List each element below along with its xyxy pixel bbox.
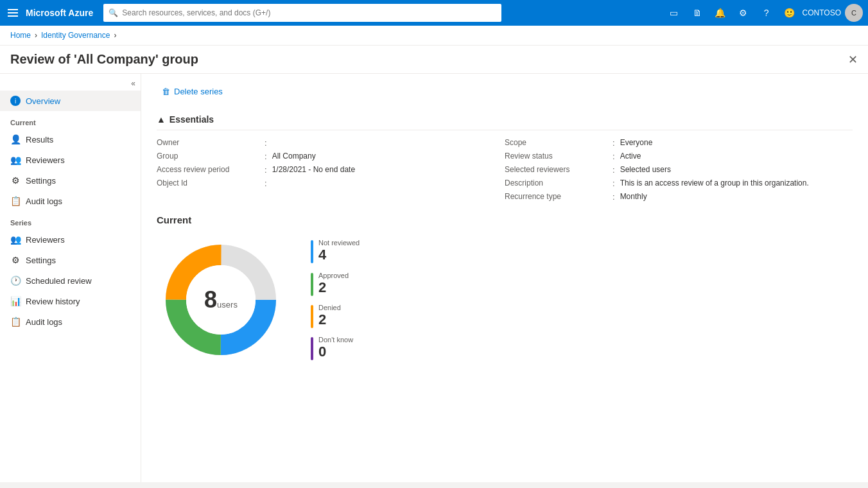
delete-icon: 🗑: [162, 87, 170, 96]
search-bar[interactable]: 🔍: [103, 4, 501, 22]
search-input[interactable]: [122, 8, 496, 17]
field-description: Description : This is an access review o…: [505, 179, 853, 188]
field-selected-reviewers: Selected reviewers : Selected users: [505, 165, 853, 175]
chevron-up-icon: ▲: [157, 114, 166, 125]
sidebar-item-settings[interactable]: ⚙ Settings: [0, 170, 141, 191]
sidebar-collapse: «: [0, 76, 141, 91]
user-label: CONTOSO: [803, 8, 841, 17]
sidebar-scheduled-label: Scheduled review: [26, 276, 92, 286]
settings-icon[interactable]: ⚙: [733, 3, 754, 23]
current-section-label: Current: [0, 111, 141, 129]
hamburger-menu[interactable]: [5, 6, 21, 19]
essentials-left: Owner : Group : All Company Access revie…: [157, 138, 505, 202]
sidebar-item-scheduled-review[interactable]: 🕐 Scheduled review: [0, 270, 141, 291]
cloud-shell-icon[interactable]: ▭: [664, 3, 684, 23]
sidebar-s-settings-label: Settings: [26, 256, 56, 265]
dont-know-text: Don't know 0: [318, 336, 353, 360]
sidebar-item-s-audit-logs[interactable]: 📋 Audit logs: [0, 311, 141, 332]
sidebar-item-reviewers[interactable]: 👥 Reviewers: [0, 150, 141, 170]
top-nav: Microsoft Azure 🔍 ▭ 🗎 🔔 ⚙ ? 🙂 CONTOSO C: [0, 0, 868, 26]
dont-know-bar: [311, 337, 313, 360]
sidebar-item-results[interactable]: 👤 Results: [0, 129, 141, 150]
chart-legend: Not reviewed 4 Approved 2: [311, 239, 360, 361]
field-recurrence: Recurrence type : Monthly: [505, 192, 853, 202]
series-section-label: Series: [0, 211, 141, 229]
chart-area: 8users Not reviewed 4: [157, 236, 853, 364]
s-audit-icon: 📋: [10, 317, 21, 327]
close-button[interactable]: ✕: [848, 53, 858, 67]
collapse-button[interactable]: «: [131, 79, 135, 88]
sidebar-item-audit-logs[interactable]: 📋 Audit logs: [0, 191, 141, 211]
denied-text: Denied 2: [318, 304, 341, 328]
essentials-header[interactable]: ▲ Essentials: [157, 109, 853, 130]
sidebar-settings-label: Settings: [26, 176, 56, 186]
s-settings-icon: ⚙: [10, 255, 21, 265]
history-icon: 📊: [10, 296, 21, 306]
sidebar-results-label: Results: [26, 135, 53, 144]
donut-users-label: users: [217, 300, 238, 309]
donut-number: 8: [204, 286, 217, 313]
azure-logo: Microsoft Azure: [26, 8, 93, 18]
help-icon[interactable]: ?: [756, 3, 777, 23]
avatar: C: [845, 4, 863, 22]
donut-label: 8users: [204, 286, 238, 313]
field-object-id: Object Id :: [157, 179, 505, 188]
search-icon: 🔍: [108, 8, 118, 17]
sidebar: « i Overview Current 👤 Results 👥 Reviewe…: [0, 74, 141, 482]
sidebar-item-s-settings[interactable]: ⚙ Settings: [0, 250, 141, 270]
sidebar-item-review-history[interactable]: 📊 Review history: [0, 291, 141, 311]
field-access-period: Access review period : 1/28/2021 - No en…: [157, 165, 505, 175]
current-title: Current: [157, 214, 853, 225]
results-icon: 👤: [10, 134, 21, 144]
sidebar-s-audit-label: Audit logs: [26, 317, 62, 327]
user-account[interactable]: CONTOSO C: [803, 4, 863, 22]
essentials-section: ▲ Essentials Owner : Group : All Company: [157, 109, 853, 202]
sidebar-audit-label: Audit logs: [26, 196, 62, 206]
field-review-status: Review status : Active: [505, 152, 853, 161]
sidebar-item-overview[interactable]: i Overview: [0, 91, 141, 111]
breadcrumb-home[interactable]: Home: [10, 31, 31, 40]
audit-logs-icon: 📋: [10, 196, 21, 206]
breadcrumb-sep-1: ›: [35, 31, 37, 40]
sidebar-history-label: Review history: [26, 297, 80, 306]
main-layout: « i Overview Current 👤 Results 👥 Reviewe…: [0, 74, 868, 482]
portal-settings-icon[interactable]: 🗎: [687, 3, 707, 23]
field-owner: Owner :: [157, 138, 505, 148]
breadcrumb: Home › Identity Governance ›: [0, 26, 868, 46]
essentials-right: Scope : Everyone Review status : Active …: [505, 138, 853, 202]
breadcrumb-parent[interactable]: Identity Governance: [41, 31, 110, 40]
legend-item-not-reviewed: Not reviewed 4: [311, 239, 360, 263]
sidebar-s-reviewers-label: Reviewers: [26, 235, 65, 245]
toolbar: 🗑 Delete series: [157, 84, 853, 99]
field-group: Group : All Company: [157, 152, 505, 161]
settings-icon: ⚙: [10, 175, 21, 186]
donut-chart: 8users: [157, 236, 285, 364]
page-header: Review of 'All Company' group ✕: [0, 46, 868, 74]
legend-item-dont-know: Don't know 0: [311, 336, 360, 360]
field-scope: Scope : Everyone: [505, 138, 853, 148]
current-section: Current: [157, 214, 853, 364]
s-reviewers-icon: 👥: [10, 234, 21, 245]
breadcrumb-sep-2: ›: [114, 31, 116, 40]
essentials-grid: Owner : Group : All Company Access revie…: [157, 138, 853, 202]
denied-bar: [311, 305, 313, 328]
not-reviewed-text: Not reviewed 4: [318, 239, 360, 263]
sidebar-overview-label: Overview: [26, 96, 60, 106]
not-reviewed-bar: [311, 240, 313, 263]
scheduled-icon: 🕐: [10, 275, 21, 286]
sidebar-reviewers-label: Reviewers: [26, 155, 65, 165]
delete-series-button[interactable]: 🗑 Delete series: [157, 84, 228, 99]
legend-item-approved: Approved 2: [311, 272, 360, 296]
approved-bar: [311, 273, 313, 296]
info-icon: i: [10, 96, 21, 106]
main-content: 🗑 Delete series ▲ Essentials Owner :: [141, 74, 868, 482]
page-title: Review of 'All Company' group: [10, 52, 198, 67]
nav-icons: ▭ 🗎 🔔 ⚙ ? 🙂 CONTOSO C: [664, 3, 863, 23]
legend-item-denied: Denied 2: [311, 304, 360, 328]
sidebar-item-s-reviewers[interactable]: 👥 Reviewers: [0, 229, 141, 250]
reviewers-icon: 👥: [10, 155, 21, 165]
approved-text: Approved 2: [318, 272, 349, 296]
notifications-icon[interactable]: 🔔: [710, 3, 731, 23]
feedback-icon[interactable]: 🙂: [779, 3, 800, 23]
